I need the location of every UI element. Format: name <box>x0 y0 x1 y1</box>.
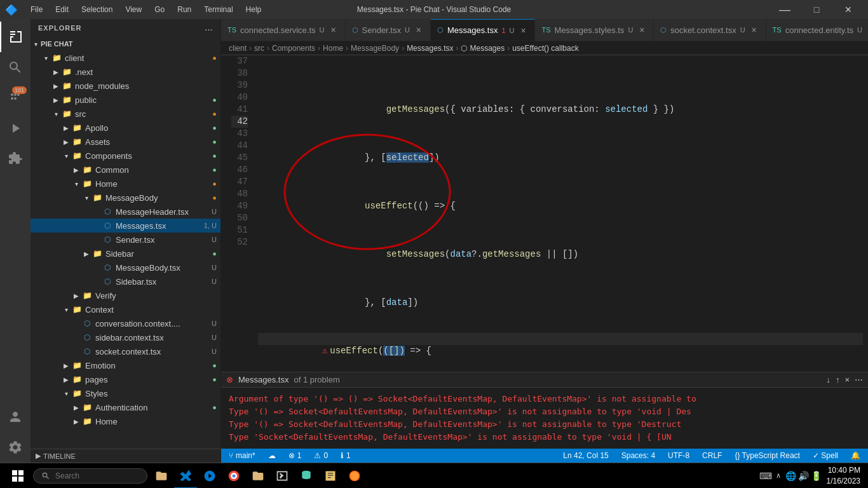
timeline-bar[interactable]: ▶ TIMELINE <box>31 449 220 463</box>
status-notifications[interactable]: 🔔 <box>848 449 863 463</box>
status-errors[interactable]: ⊗ 1 <box>286 449 304 463</box>
breadcrumb-messagebody[interactable]: MessageBody <box>351 44 399 53</box>
maximize-button[interactable]: □ <box>802 0 831 19</box>
taskbar-app-file-explorer[interactable] <box>150 463 173 489</box>
tab-connected-entity[interactable]: TS connected.entity.ts U × <box>766 19 868 41</box>
src-arrow[interactable]: ▾ <box>51 111 61 118</box>
breadcrumb-src[interactable]: src <box>254 44 264 53</box>
tab-socket-context[interactable]: ⬡ socket.context.tsx U × <box>654 19 766 41</box>
taskbar-search-input[interactable] <box>55 471 132 480</box>
tree-item-apollo[interactable]: ▶ 📁 Apollo ● <box>31 121 220 135</box>
breadcrumb-messages-tsx[interactable]: Messages.tsx <box>407 44 453 53</box>
minimize-button[interactable]: — <box>770 0 799 19</box>
client-arrow[interactable]: ▾ <box>41 55 51 62</box>
pages-arrow[interactable]: ▶ <box>61 376 71 383</box>
taskbar-time[interactable]: 10:40 PM 1/16/2023 <box>827 465 860 487</box>
menu-edit[interactable]: Edit <box>50 4 74 15</box>
tree-item-common[interactable]: ▶ 📁 Common ● <box>31 163 220 177</box>
breadcrumb-home[interactable]: Home <box>323 44 343 53</box>
tree-item-pages[interactable]: ▶ 📁 pages ● <box>31 372 220 386</box>
tree-item-styles[interactable]: ▾ 📁 Styles <box>31 386 220 400</box>
taskbar-app-vscode[interactable] <box>174 463 197 489</box>
tree-item-sidebar-folder[interactable]: ▶ 📁 Sidebar ● <box>31 247 220 261</box>
taskbar-app-chrome[interactable] <box>222 463 245 489</box>
account-activity[interactable] <box>0 402 31 432</box>
tab-messages-close[interactable]: × <box>518 25 528 36</box>
common-arrow[interactable]: ▶ <box>71 166 81 173</box>
tree-item-sidebar-context[interactable]: ▶ ⬡ sidebar.context.tsx U <box>31 330 220 344</box>
tab-sender-close[interactable]: × <box>414 25 424 35</box>
tree-item-messagebody-tsx[interactable]: ▶ ⬡ MessageBody.tsx U <box>31 261 220 274</box>
authentication-arrow[interactable]: ▶ <box>71 404 81 411</box>
menu-run[interactable]: Run <box>172 4 196 15</box>
search-activity[interactable] <box>0 52 31 83</box>
emotion-arrow[interactable]: ▶ <box>61 362 71 369</box>
taskbar-app-notes[interactable] <box>319 463 342 489</box>
tree-item-emotion[interactable]: ▶ 📁 Emotion ● <box>31 358 220 372</box>
taskbar-app-edge[interactable] <box>198 463 221 489</box>
tree-item-assets[interactable]: ▶ 📁 Assets ● <box>31 135 220 149</box>
menu-selection[interactable]: Selection <box>76 4 118 15</box>
tree-item-home-styles[interactable]: ▶ 📁 Home <box>31 414 220 428</box>
status-info[interactable]: ℹ 1 <box>338 449 353 463</box>
tree-item-messagebody[interactable]: ▾ 📁 MessageBody ● <box>31 191 220 205</box>
context-arrow[interactable]: ▾ <box>61 306 71 313</box>
tree-item-sender[interactable]: ▶ ⬡ Sender.tsx U <box>31 233 220 247</box>
run-debug-activity[interactable] <box>0 113 31 144</box>
home-styles-arrow[interactable]: ▶ <box>71 418 81 425</box>
taskbar-start-button[interactable] <box>3 463 33 489</box>
menu-terminal[interactable]: Terminal <box>199 4 238 15</box>
tray-network-icon[interactable]: 🌐 <box>786 471 796 481</box>
components-arrow[interactable]: ▾ <box>61 152 71 159</box>
tab-connected-service[interactable]: TS connected.service.ts U × <box>221 19 346 41</box>
tree-item-messages[interactable]: ▶ ⬡ Messages.tsx 1, U <box>31 219 220 233</box>
error-nav-prev[interactable]: ↓ <box>826 375 831 384</box>
tree-item-messageheader[interactable]: ▶ ⬡ MessageHeader.tsx U <box>31 205 220 219</box>
extensions-activity[interactable] <box>0 144 31 174</box>
tab-sender[interactable]: ⬡ Sender.tsx U × <box>346 19 431 41</box>
tree-item-src[interactable]: ▾ 📁 src ● <box>31 107 220 121</box>
tab-socket-context-close[interactable]: × <box>749 25 759 35</box>
tree-item-authentication[interactable]: ▶ 📁 Authentication ● <box>31 400 220 414</box>
tree-item-socket-context[interactable]: ▶ ⬡ socket.context.tsx U <box>31 344 220 358</box>
breadcrumb-client[interactable]: client <box>229 44 247 53</box>
sidebar-content[interactable]: ▾ PIE CHAT ▾ 📁 client ● ▶ 📁 .next <box>31 37 220 449</box>
breadcrumb-useeffect[interactable]: useEffect() callback <box>512 44 579 53</box>
apollo-arrow[interactable]: ▶ <box>61 125 71 132</box>
styles-arrow[interactable]: ▾ <box>61 390 71 397</box>
tree-item-context[interactable]: ▾ 📁 Context <box>31 302 220 316</box>
source-control-activity[interactable]: 101 <box>0 83 31 113</box>
status-eol[interactable]: CRLF <box>700 449 724 463</box>
tree-item-public[interactable]: ▶ 📁 public ● <box>31 93 220 107</box>
tab-connected-service-close[interactable]: × <box>329 25 339 35</box>
breadcrumb-components[interactable]: Components <box>272 44 315 53</box>
status-warnings[interactable]: ⚠ 0 <box>311 449 330 463</box>
menu-go[interactable]: Go <box>149 4 170 15</box>
tree-item-sidebar-tsx[interactable]: ▶ ⬡ Sidebar.tsx U <box>31 274 220 288</box>
messagebody-arrow[interactable]: ▾ <box>81 194 92 201</box>
status-cloud[interactable]: ☁ <box>266 449 278 463</box>
tree-item-components[interactable]: ▾ 📁 Components ● <box>31 149 220 163</box>
tray-battery-icon[interactable]: 🔋 <box>811 471 822 481</box>
tree-item-next[interactable]: ▶ 📁 .next <box>31 65 220 79</box>
status-ln-col[interactable]: Ln 42, Col 15 <box>560 449 611 463</box>
taskbar-app-db[interactable] <box>295 463 318 489</box>
taskbar-search-bar[interactable] <box>33 468 147 484</box>
verify-arrow[interactable]: ▶ <box>71 292 81 299</box>
tree-item-verify[interactable]: ▶ 📁 Verify <box>31 288 220 302</box>
status-spell[interactable]: ✓ Spell <box>810 449 841 463</box>
tree-item-conversation-context[interactable]: ▶ ⬡ conversation.context.... U <box>31 316 220 330</box>
menu-file[interactable]: File <box>25 4 48 15</box>
code-area[interactable]: 37 38 39 40 41 42 43 44 45 46 47 48 49 5… <box>221 55 868 372</box>
sidebar-folder-arrow[interactable]: ▶ <box>81 250 92 257</box>
menu-view[interactable]: View <box>120 4 147 15</box>
settings-activity[interactable] <box>0 432 31 463</box>
tree-item-node-modules[interactable]: ▶ 📁 node_modules <box>31 79 220 93</box>
tab-messages[interactable]: ⬡ Messages.tsx 1 U × <box>431 19 536 41</box>
root-arrow[interactable]: ▾ <box>31 41 41 48</box>
tab-messages-styles[interactable]: TS Messages.styles.ts U × <box>535 19 654 41</box>
tree-item-home[interactable]: ▾ 📁 Home ● <box>31 177 220 191</box>
timeline-arrow[interactable]: ▶ <box>36 452 41 460</box>
sidebar-overflow-button[interactable]: ... <box>205 24 213 32</box>
public-arrow[interactable]: ▶ <box>51 97 61 104</box>
